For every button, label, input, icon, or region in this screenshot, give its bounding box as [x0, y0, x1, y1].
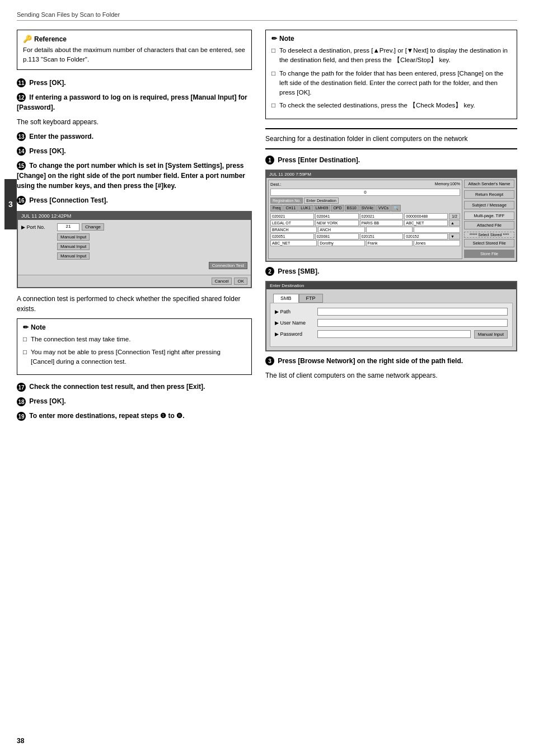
cell-arrow-down[interactable]: ▼ [449, 233, 460, 240]
smb-manual-input-btn[interactable]: Manual Input [474, 330, 508, 339]
step-12: 12 If entering a password to log on is r… [17, 92, 252, 112]
step-r2: 2 Press [SMB]. [265, 266, 517, 276]
step-13-text: Enter the password. [29, 133, 93, 140]
smb-username-label: ▶ User Name [275, 320, 314, 326]
cell-020051: 020051 [270, 233, 314, 240]
page: 3 Sending Scan Files by Scan to Folder 🔑… [0, 0, 534, 756]
smb-tabs-container: SMB FTP [266, 289, 516, 303]
note-pencil-icon-1: ✏ [23, 323, 29, 331]
select-stored-btn[interactable]: Select Stored File [464, 239, 514, 247]
select-stored-label: ***** Select Stored **** [464, 232, 514, 238]
section-divider [265, 128, 517, 129]
store-file-btn[interactable]: Store File [464, 250, 514, 258]
note-item-1-1: The connection test may take time. [23, 335, 246, 344]
cell-abcnet2: ABC_NET [270, 240, 317, 246]
step-18-num: 18 [17, 397, 26, 406]
tab-freq[interactable]: Freq [270, 205, 283, 212]
attached-file-btn[interactable]: Attached File [464, 221, 514, 229]
cancel-button[interactable]: Cancel [212, 278, 232, 285]
enter-dest-tab[interactable]: Enter Destination [304, 198, 339, 204]
step-r1-num: 1 [265, 156, 274, 165]
note-item-1-2: You may not be able to press [Connection… [23, 348, 246, 367]
scan-ui-header: JUL 11 2000 7:59PM [266, 171, 516, 178]
smb-path-input[interactable] [317, 308, 508, 316]
smb-path-row: ▶ Path [275, 308, 508, 316]
smb-username-row: ▶ User Name [275, 319, 508, 327]
step-19: 19 To enter more destinations, repeat st… [17, 411, 252, 421]
ui-content: ▶ Port No. 21 Change Manual Input Manual… [18, 220, 251, 275]
port-value[interactable]: 21 [57, 223, 79, 231]
right-column: ✏ Note To deselect a destination, press … [265, 30, 517, 425]
after-screenshot-text: A connection test is performed to check … [17, 294, 252, 314]
reg-row: Registration No. Enter Destination [270, 198, 460, 204]
header-text: Sending Scan Files by Scan to Folder [17, 11, 120, 18]
scan-left: Dest.: Memory:100% 0 Registration No. En… [268, 180, 462, 259]
subject-message-btn[interactable]: Subject / Message [464, 201, 514, 209]
ok-button[interactable]: OK [234, 278, 247, 285]
step-11: 11 Press [OK]. [17, 78, 252, 88]
scan-ui-screenshot: JUL 11 2000 7:59PM Dest.: Memory:100% 0 … [265, 170, 517, 262]
tabs-row: Freq CH11 LUK1 LMH09 OPD BS10 SVV4c VVCs… [270, 205, 460, 212]
step-r3-sub: The list of client computers on the same… [265, 370, 517, 381]
multi-tiff-label: Multi-page. TIFF [464, 212, 514, 220]
note-box-right: ✏ Note To deselect a destination, press … [265, 30, 517, 119]
memory-label: Memory:100% [435, 182, 460, 187]
manual-input-btn-2[interactable]: Manual Input [57, 243, 90, 250]
cell-020151: 020151 [360, 233, 404, 240]
section-hr [265, 148, 517, 149]
manual-input-row-1: Manual Input [21, 233, 247, 241]
smb-tab-smb[interactable]: SMB [273, 294, 299, 303]
tab-vvcs[interactable]: VVCs [376, 205, 391, 212]
manual-input-btn-3[interactable]: Manual Input [57, 252, 90, 260]
cell-020081: 020081 [315, 233, 359, 240]
page-header: Sending Scan Files by Scan to Folder [17, 11, 517, 21]
note-right-item-3: To check the selected destinations, pres… [271, 101, 511, 110]
step-19-num: 19 [17, 412, 26, 421]
step-14-text: Press [OK]. [29, 147, 65, 155]
scan-ui-body: Dest.: Memory:100% 0 Registration No. En… [266, 178, 516, 261]
tab-opd[interactable]: OPD [331, 205, 344, 212]
reference-box: 🔑 Reference For details about the maximu… [17, 30, 252, 70]
cell-anch: ANCH [318, 227, 364, 233]
search-icon-tab[interactable]: 🔍 [391, 205, 401, 212]
step-11-text: Press [OK]. [29, 79, 65, 87]
cell-abcnet: ABC_NET [404, 220, 448, 226]
smb-body: ▶ Path ▶ User Name ▶ Password Manual Inp… [270, 303, 513, 347]
cell-arrow-up[interactable]: ▲ [449, 220, 460, 226]
smb-username-input[interactable] [317, 319, 508, 327]
manual-input-row-2: Manual Input [21, 243, 247, 250]
cell-12: 1/2 [449, 213, 460, 219]
side-tab: 3 [4, 179, 17, 229]
return-receipt-btn[interactable]: Return Receipt [464, 190, 514, 199]
note-box-1: ✏ Note The connection test may take time… [17, 318, 252, 375]
manual-input-btn-1[interactable]: Manual Input [57, 233, 90, 241]
step-r1: 1 Press [Enter Destination]. [265, 155, 517, 165]
tab-ch11[interactable]: CH11 [283, 205, 298, 212]
main-content: 🔑 Reference For details about the maximu… [17, 30, 517, 425]
cell-legal: LEGAL OT [270, 220, 314, 226]
attach-sender-btn[interactable]: Attach Sender's Name [464, 180, 514, 188]
ui-titlebar: JUL 11 2000 12:42PM [18, 212, 251, 220]
change-button[interactable]: Change [82, 223, 104, 231]
step-15-text: To change the port number which is set i… [17, 162, 245, 190]
cell-020041: 020041 [315, 213, 359, 219]
port-label: ▶ Port No. [21, 224, 55, 230]
note-heading-right: Note [279, 35, 294, 43]
step-14-num: 14 [17, 147, 26, 156]
tab-svv4c[interactable]: SVV4c [359, 205, 376, 212]
step-19-text: To enter more destinations, repeat steps… [29, 412, 184, 420]
cell-jones: Jones [414, 240, 460, 246]
reg-tab[interactable]: Registration No. [270, 198, 303, 204]
note-heading-1: Note [31, 323, 46, 331]
step-16: 16 Press [Connection Test]. [17, 195, 252, 205]
smb-tab-ftp[interactable]: FTP [299, 294, 323, 303]
tab-lmh09[interactable]: LMH09 [313, 205, 331, 212]
connection-test-button[interactable]: Connection Test [209, 262, 247, 269]
tab-bs10[interactable]: BS10 [345, 205, 359, 212]
smb-password-input[interactable] [317, 330, 471, 338]
cell-020021: 020021 [270, 213, 314, 219]
step-14: 14 Press [OK]. [17, 146, 252, 156]
data-row-3: BRANCH ANCH [270, 227, 460, 233]
tab-luk1[interactable]: LUK1 [298, 205, 313, 212]
manual-input-row-3: Manual Input [21, 252, 247, 260]
